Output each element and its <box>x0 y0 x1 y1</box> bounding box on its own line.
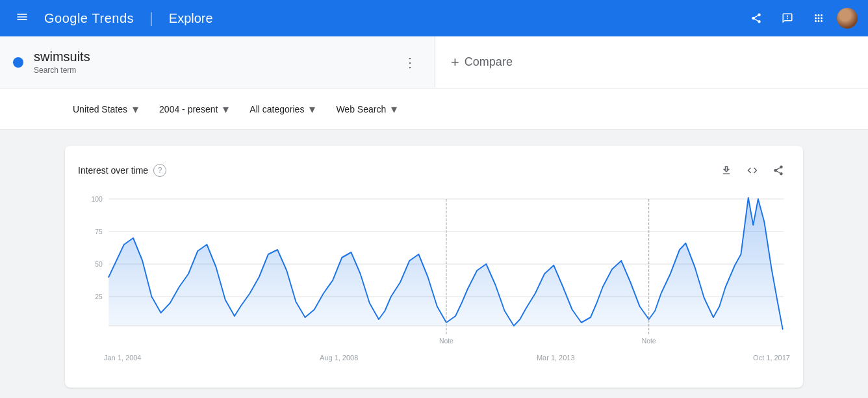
download-chart-button[interactable] <box>715 159 738 182</box>
svg-text:Note: Note <box>642 337 656 345</box>
avatar[interactable] <box>837 8 858 29</box>
share-chart-button[interactable] <box>767 159 790 182</box>
x-label-2004: Jan 1, 2004 <box>104 354 142 362</box>
main-content: Interest over time ? <box>0 130 868 398</box>
apps-grid-icon-button[interactable] <box>806 5 832 31</box>
search-type-filter-button[interactable]: Web Search ▾ <box>328 97 405 122</box>
help-icon[interactable]: ? <box>153 164 166 177</box>
search-type-chevron-icon: ▾ <box>391 102 397 116</box>
share-icon-button[interactable] <box>743 5 769 31</box>
filter-row: United States ▾ 2004 - present ▾ All cat… <box>0 88 868 130</box>
search-type-filter-label: Web Search <box>336 104 386 114</box>
compare-button[interactable]: + Compare <box>435 36 868 88</box>
region-filter-button[interactable]: United States ▾ <box>65 97 146 122</box>
category-filter-label: All categories <box>249 104 304 114</box>
nav-icon-group <box>743 5 858 31</box>
term-name: swimsuits <box>34 49 388 64</box>
svg-text:25: 25 <box>95 293 103 300</box>
compare-label: Compare <box>465 55 513 69</box>
category-chevron-icon: ▾ <box>309 102 315 116</box>
chart-title-area: Interest over time ? <box>78 164 166 177</box>
term-more-options-button[interactable]: ⋮ <box>398 51 422 74</box>
logo-text: Google Trends <box>44 11 134 26</box>
top-navigation: Google Trends | Explore <box>0 0 868 36</box>
x-axis-labels: Jan 1, 2004 Aug 1, 2008 Mar 1, 2013 Oct … <box>65 351 803 362</box>
region-filter-label: United States <box>73 104 127 114</box>
term-color-dot <box>13 57 23 68</box>
embed-chart-button[interactable] <box>741 159 764 182</box>
term-type: Search term <box>34 66 388 75</box>
svg-text:100: 100 <box>91 195 102 203</box>
interest-over-time-card: Interest over time ? <box>65 146 803 388</box>
search-term-box: swimsuits Search term ⋮ <box>0 36 435 88</box>
compare-plus-icon: + <box>451 54 459 71</box>
x-label-2017: Oct 1, 2017 <box>753 354 790 362</box>
svg-text:75: 75 <box>95 228 103 235</box>
nav-divider: | <box>149 10 153 27</box>
time-filter-label: 2004 - present <box>159 104 218 114</box>
svg-text:Note: Note <box>439 337 453 345</box>
svg-text:50: 50 <box>95 260 103 268</box>
category-filter-button[interactable]: All categories ▾ <box>242 97 323 122</box>
x-label-2013: Mar 1, 2013 <box>537 354 575 362</box>
feedback-icon-button[interactable] <box>774 5 800 31</box>
region-chevron-icon: ▾ <box>133 102 138 116</box>
search-area: swimsuits Search term ⋮ + Compare <box>0 36 868 88</box>
nav-explore-label: Explore <box>169 11 213 26</box>
term-info: swimsuits Search term <box>34 49 388 75</box>
chart-actions <box>715 159 790 182</box>
chart-title: Interest over time <box>78 165 148 176</box>
interest-chart-svg: 100 75 50 25 Note <box>78 192 790 349</box>
time-filter-button[interactable]: 2004 - present ▾ <box>151 97 236 122</box>
chart-container: 100 75 50 25 Note <box>65 192 803 351</box>
x-label-2008: Aug 1, 2008 <box>320 354 358 362</box>
time-chevron-icon: ▾ <box>223 102 229 116</box>
chart-header: Interest over time ? <box>65 159 803 192</box>
hamburger-menu-icon[interactable] <box>10 5 34 32</box>
google-trends-logo[interactable]: Google Trends <box>44 11 134 26</box>
